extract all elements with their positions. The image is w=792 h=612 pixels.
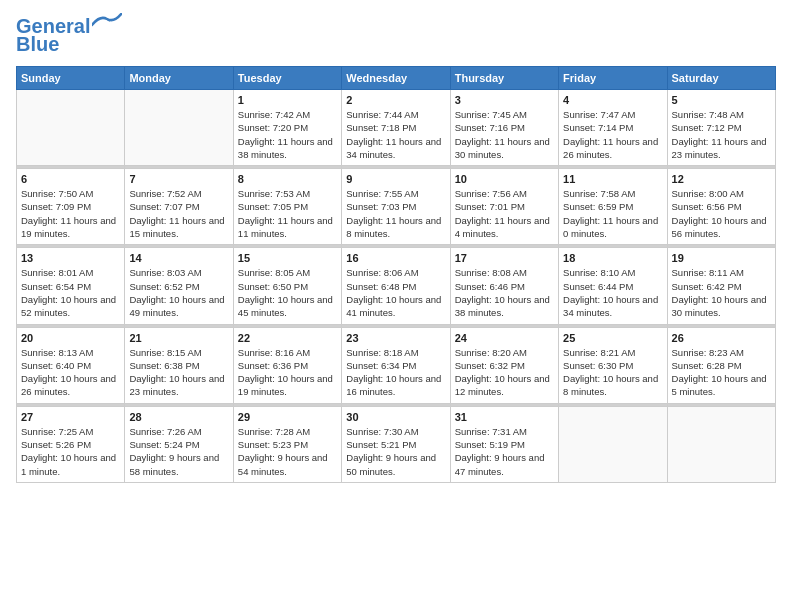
day-info: Sunrise: 8:00 AM Sunset: 6:56 PM Dayligh… bbox=[672, 187, 771, 240]
day-info: Sunrise: 8:06 AM Sunset: 6:48 PM Dayligh… bbox=[346, 266, 445, 319]
day-info: Sunrise: 8:16 AM Sunset: 6:36 PM Dayligh… bbox=[238, 346, 337, 399]
day-number: 8 bbox=[238, 173, 337, 185]
day-info: Sunrise: 7:58 AM Sunset: 6:59 PM Dayligh… bbox=[563, 187, 662, 240]
day-number: 5 bbox=[672, 94, 771, 106]
calendar-cell: 28Sunrise: 7:26 AM Sunset: 5:24 PM Dayli… bbox=[125, 406, 233, 482]
day-number: 30 bbox=[346, 411, 445, 423]
day-info: Sunrise: 8:05 AM Sunset: 6:50 PM Dayligh… bbox=[238, 266, 337, 319]
day-info: Sunrise: 8:21 AM Sunset: 6:30 PM Dayligh… bbox=[563, 346, 662, 399]
logo: General Blue bbox=[16, 16, 122, 54]
day-number: 17 bbox=[455, 252, 554, 264]
day-info: Sunrise: 7:48 AM Sunset: 7:12 PM Dayligh… bbox=[672, 108, 771, 161]
calendar-week-row: 6Sunrise: 7:50 AM Sunset: 7:09 PM Daylig… bbox=[17, 169, 776, 245]
calendar-cell: 5Sunrise: 7:48 AM Sunset: 7:12 PM Daylig… bbox=[667, 90, 775, 166]
logo-bird-icon bbox=[92, 13, 122, 31]
calendar-header-row: SundayMondayTuesdayWednesdayThursdayFrid… bbox=[17, 67, 776, 90]
calendar-week-row: 27Sunrise: 7:25 AM Sunset: 5:26 PM Dayli… bbox=[17, 406, 776, 482]
calendar-cell: 2Sunrise: 7:44 AM Sunset: 7:18 PM Daylig… bbox=[342, 90, 450, 166]
day-number: 21 bbox=[129, 332, 228, 344]
calendar-table: SundayMondayTuesdayWednesdayThursdayFrid… bbox=[16, 66, 776, 483]
day-info: Sunrise: 7:52 AM Sunset: 7:07 PM Dayligh… bbox=[129, 187, 228, 240]
calendar-cell: 24Sunrise: 8:20 AM Sunset: 6:32 PM Dayli… bbox=[450, 327, 558, 403]
calendar-cell: 11Sunrise: 7:58 AM Sunset: 6:59 PM Dayli… bbox=[559, 169, 667, 245]
day-info: Sunrise: 8:03 AM Sunset: 6:52 PM Dayligh… bbox=[129, 266, 228, 319]
calendar-cell: 29Sunrise: 7:28 AM Sunset: 5:23 PM Dayli… bbox=[233, 406, 341, 482]
day-number: 23 bbox=[346, 332, 445, 344]
day-info: Sunrise: 8:20 AM Sunset: 6:32 PM Dayligh… bbox=[455, 346, 554, 399]
day-number: 20 bbox=[21, 332, 120, 344]
calendar-cell bbox=[17, 90, 125, 166]
day-number: 28 bbox=[129, 411, 228, 423]
calendar-cell: 15Sunrise: 8:05 AM Sunset: 6:50 PM Dayli… bbox=[233, 248, 341, 324]
day-number: 4 bbox=[563, 94, 662, 106]
day-info: Sunrise: 8:11 AM Sunset: 6:42 PM Dayligh… bbox=[672, 266, 771, 319]
day-info: Sunrise: 7:47 AM Sunset: 7:14 PM Dayligh… bbox=[563, 108, 662, 161]
day-info: Sunrise: 8:15 AM Sunset: 6:38 PM Dayligh… bbox=[129, 346, 228, 399]
calendar-cell: 7Sunrise: 7:52 AM Sunset: 7:07 PM Daylig… bbox=[125, 169, 233, 245]
page-header: General Blue bbox=[16, 16, 776, 54]
calendar-cell: 30Sunrise: 7:30 AM Sunset: 5:21 PM Dayli… bbox=[342, 406, 450, 482]
calendar-week-row: 13Sunrise: 8:01 AM Sunset: 6:54 PM Dayli… bbox=[17, 248, 776, 324]
calendar-week-row: 1Sunrise: 7:42 AM Sunset: 7:20 PM Daylig… bbox=[17, 90, 776, 166]
day-number: 29 bbox=[238, 411, 337, 423]
calendar-cell: 25Sunrise: 8:21 AM Sunset: 6:30 PM Dayli… bbox=[559, 327, 667, 403]
logo-blue: Blue bbox=[16, 34, 59, 54]
calendar-cell: 23Sunrise: 8:18 AM Sunset: 6:34 PM Dayli… bbox=[342, 327, 450, 403]
day-number: 16 bbox=[346, 252, 445, 264]
day-info: Sunrise: 7:42 AM Sunset: 7:20 PM Dayligh… bbox=[238, 108, 337, 161]
column-header-wednesday: Wednesday bbox=[342, 67, 450, 90]
day-info: Sunrise: 7:53 AM Sunset: 7:05 PM Dayligh… bbox=[238, 187, 337, 240]
day-number: 2 bbox=[346, 94, 445, 106]
calendar-cell: 16Sunrise: 8:06 AM Sunset: 6:48 PM Dayli… bbox=[342, 248, 450, 324]
day-info: Sunrise: 8:18 AM Sunset: 6:34 PM Dayligh… bbox=[346, 346, 445, 399]
day-info: Sunrise: 7:28 AM Sunset: 5:23 PM Dayligh… bbox=[238, 425, 337, 478]
day-number: 14 bbox=[129, 252, 228, 264]
day-number: 26 bbox=[672, 332, 771, 344]
day-info: Sunrise: 7:31 AM Sunset: 5:19 PM Dayligh… bbox=[455, 425, 554, 478]
calendar-cell: 3Sunrise: 7:45 AM Sunset: 7:16 PM Daylig… bbox=[450, 90, 558, 166]
day-number: 3 bbox=[455, 94, 554, 106]
calendar-cell: 6Sunrise: 7:50 AM Sunset: 7:09 PM Daylig… bbox=[17, 169, 125, 245]
day-info: Sunrise: 7:56 AM Sunset: 7:01 PM Dayligh… bbox=[455, 187, 554, 240]
calendar-cell: 9Sunrise: 7:55 AM Sunset: 7:03 PM Daylig… bbox=[342, 169, 450, 245]
calendar-cell: 20Sunrise: 8:13 AM Sunset: 6:40 PM Dayli… bbox=[17, 327, 125, 403]
day-number: 7 bbox=[129, 173, 228, 185]
day-number: 27 bbox=[21, 411, 120, 423]
day-number: 11 bbox=[563, 173, 662, 185]
day-info: Sunrise: 8:10 AM Sunset: 6:44 PM Dayligh… bbox=[563, 266, 662, 319]
day-info: Sunrise: 7:50 AM Sunset: 7:09 PM Dayligh… bbox=[21, 187, 120, 240]
calendar-cell: 17Sunrise: 8:08 AM Sunset: 6:46 PM Dayli… bbox=[450, 248, 558, 324]
calendar-cell: 12Sunrise: 8:00 AM Sunset: 6:56 PM Dayli… bbox=[667, 169, 775, 245]
column-header-monday: Monday bbox=[125, 67, 233, 90]
day-number: 13 bbox=[21, 252, 120, 264]
day-info: Sunrise: 7:30 AM Sunset: 5:21 PM Dayligh… bbox=[346, 425, 445, 478]
day-info: Sunrise: 8:08 AM Sunset: 6:46 PM Dayligh… bbox=[455, 266, 554, 319]
calendar-cell: 8Sunrise: 7:53 AM Sunset: 7:05 PM Daylig… bbox=[233, 169, 341, 245]
day-number: 10 bbox=[455, 173, 554, 185]
calendar-week-row: 20Sunrise: 8:13 AM Sunset: 6:40 PM Dayli… bbox=[17, 327, 776, 403]
calendar-cell: 1Sunrise: 7:42 AM Sunset: 7:20 PM Daylig… bbox=[233, 90, 341, 166]
day-info: Sunrise: 7:44 AM Sunset: 7:18 PM Dayligh… bbox=[346, 108, 445, 161]
calendar-cell: 13Sunrise: 8:01 AM Sunset: 6:54 PM Dayli… bbox=[17, 248, 125, 324]
day-number: 1 bbox=[238, 94, 337, 106]
day-info: Sunrise: 7:45 AM Sunset: 7:16 PM Dayligh… bbox=[455, 108, 554, 161]
calendar-cell bbox=[559, 406, 667, 482]
calendar-cell: 19Sunrise: 8:11 AM Sunset: 6:42 PM Dayli… bbox=[667, 248, 775, 324]
day-info: Sunrise: 8:13 AM Sunset: 6:40 PM Dayligh… bbox=[21, 346, 120, 399]
day-number: 24 bbox=[455, 332, 554, 344]
calendar-cell: 31Sunrise: 7:31 AM Sunset: 5:19 PM Dayli… bbox=[450, 406, 558, 482]
day-info: Sunrise: 7:25 AM Sunset: 5:26 PM Dayligh… bbox=[21, 425, 120, 478]
column-header-thursday: Thursday bbox=[450, 67, 558, 90]
column-header-sunday: Sunday bbox=[17, 67, 125, 90]
day-number: 25 bbox=[563, 332, 662, 344]
day-number: 15 bbox=[238, 252, 337, 264]
day-info: Sunrise: 7:55 AM Sunset: 7:03 PM Dayligh… bbox=[346, 187, 445, 240]
day-number: 6 bbox=[21, 173, 120, 185]
calendar-cell: 26Sunrise: 8:23 AM Sunset: 6:28 PM Dayli… bbox=[667, 327, 775, 403]
column-header-tuesday: Tuesday bbox=[233, 67, 341, 90]
day-number: 19 bbox=[672, 252, 771, 264]
calendar-cell: 18Sunrise: 8:10 AM Sunset: 6:44 PM Dayli… bbox=[559, 248, 667, 324]
day-number: 18 bbox=[563, 252, 662, 264]
calendar-cell: 4Sunrise: 7:47 AM Sunset: 7:14 PM Daylig… bbox=[559, 90, 667, 166]
calendar-cell: 27Sunrise: 7:25 AM Sunset: 5:26 PM Dayli… bbox=[17, 406, 125, 482]
